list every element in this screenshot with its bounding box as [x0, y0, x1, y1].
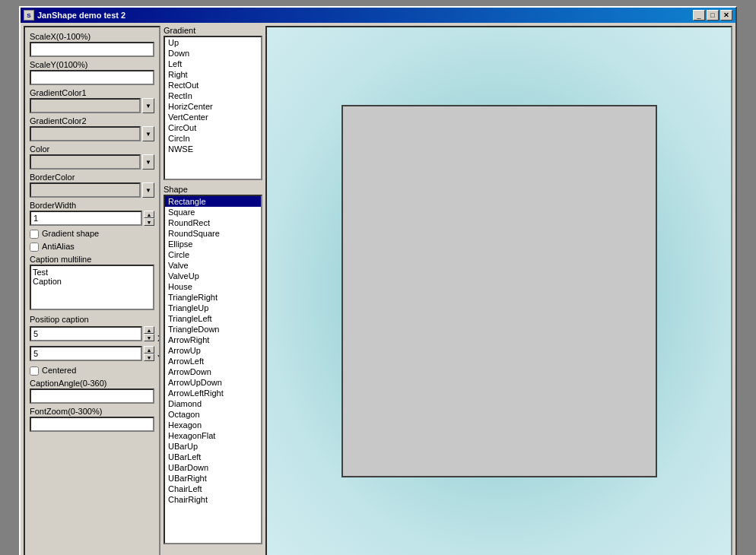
shape-item-roundrect[interactable]: RoundRect: [165, 217, 261, 228]
shape-item-square[interactable]: Square: [165, 207, 261, 217]
border-width-up[interactable]: ▲: [144, 211, 154, 218]
caption-multiline-input[interactable]: Test Caption: [30, 265, 154, 310]
gradient-shape-label: Gradient shape: [42, 229, 99, 238]
app-icon: S: [24, 10, 34, 21]
pos-x-input[interactable]: [30, 326, 142, 341]
position-caption-label: Positiop caption: [30, 315, 154, 324]
antialias-checkbox[interactable]: [30, 243, 39, 252]
gradient-color1-button[interactable]: ▼: [142, 98, 154, 113]
shape-item-chairright[interactable]: ChairRight: [165, 494, 261, 505]
gradient-item-nwse[interactable]: NWSE: [165, 144, 261, 154]
caption-angle-input[interactable]: [30, 388, 154, 404]
shape-item-ubarup[interactable]: UBarUp: [165, 441, 261, 452]
shape-item-arrowright[interactable]: ArrowRight: [165, 335, 261, 345]
gradient-item-right[interactable]: Right: [165, 69, 261, 80]
border-color-section: BorderColor ▼: [30, 173, 154, 198]
gradient-color2-button[interactable]: ▼: [142, 126, 154, 141]
gradient-shape-checkbox[interactable]: [30, 230, 39, 239]
gradient-item-circin[interactable]: CircIn: [165, 133, 261, 144]
shape-item-valveup[interactable]: ValveUp: [165, 271, 261, 281]
minimize-button[interactable]: _: [693, 10, 705, 21]
color-button[interactable]: ▼: [142, 154, 154, 170]
gradient-item-down[interactable]: Down: [165, 48, 261, 59]
gradient-item-horizcenter[interactable]: HorizCenter: [165, 101, 261, 112]
shape-item-ellipse[interactable]: Ellipse: [165, 239, 261, 249]
gradient-item-vertcenter[interactable]: VertCenter: [165, 112, 261, 122]
gradient-item-up[interactable]: Up: [165, 37, 261, 48]
content-area: ScaleX(0-100%) ScaleY(0100%) GradientCol…: [21, 23, 735, 555]
pos-y-up[interactable]: ▲: [144, 346, 154, 354]
scaley-section: ScaleY(0100%): [30, 60, 154, 85]
border-color-picker: ▼: [30, 182, 154, 198]
border-width-label: BorderWidth: [30, 201, 154, 210]
color-label: Color: [30, 144, 154, 154]
scaley-input[interactable]: [30, 70, 154, 85]
shape-item-triangledown[interactable]: TriangleDown: [165, 324, 261, 335]
scalex-label: ScaleX(0-100%): [30, 32, 154, 41]
gradient-header: Gradient: [164, 26, 262, 35]
shape-item-arrowup[interactable]: ArrowUp: [165, 345, 261, 356]
shape-section: Shape Rectangle Square RoundRect RoundSq…: [164, 185, 262, 544]
caption-angle-label: CaptionAngle(0-360): [30, 379, 154, 388]
gradient-item-rectout[interactable]: RectOut: [165, 80, 261, 90]
border-width-spin-buttons: ▲ ▼: [144, 211, 154, 226]
scalex-section: ScaleX(0-100%): [30, 32, 154, 57]
right-panel: [265, 26, 732, 555]
centered-checkbox[interactable]: [30, 366, 39, 376]
pos-x-down[interactable]: ▼: [144, 334, 154, 341]
shape-item-valve[interactable]: Valve: [165, 260, 261, 271]
shape-item-arrowupdown[interactable]: ArrowUpDown: [165, 377, 261, 388]
gradient-shape-row: Gradient shape: [30, 229, 154, 239]
shape-item-hexagon[interactable]: Hexagon: [165, 420, 261, 430]
pos-x-spin: ▲ ▼: [30, 326, 154, 341]
border-color-label: BorderColor: [30, 173, 154, 182]
shape-item-triangleright[interactable]: TriangleRight: [165, 292, 261, 303]
shape-item-chairleft[interactable]: ChairLeft: [165, 484, 261, 494]
border-color-button[interactable]: ▼: [142, 182, 154, 198]
border-width-down[interactable]: ▼: [144, 218, 154, 226]
shape-item-diamond[interactable]: Diamond: [165, 398, 261, 409]
shape-item-house[interactable]: House: [165, 281, 261, 292]
gradient-item-left[interactable]: Left: [165, 59, 261, 69]
shape-listbox[interactable]: Rectangle Square RoundRect RoundSquare E…: [164, 195, 262, 544]
close-button[interactable]: ✕: [720, 10, 732, 21]
gradient-color2-section: GradientColor2 ▼: [30, 116, 154, 141]
pos-x-up[interactable]: ▲: [144, 326, 154, 334]
shape-list-container: Rectangle Square RoundRect RoundSquare E…: [164, 195, 262, 544]
font-zoom-input[interactable]: [30, 417, 154, 432]
canvas-area: [341, 105, 657, 477]
position-caption-section: Positiop caption ▲ ▼ -X: [30, 315, 154, 363]
pos-y-input[interactable]: [30, 346, 142, 361]
gradient-color1-label: GradientColor1: [30, 88, 154, 97]
shape-item-rectangle[interactable]: Rectangle: [165, 196, 261, 207]
shape-item-roundsquare[interactable]: RoundSquare: [165, 228, 261, 239]
shape-item-arrowleftright[interactable]: ArrowLeftRight: [165, 388, 261, 398]
shape-item-ubarright[interactable]: UBarRight: [165, 473, 261, 484]
shape-item-ubardown[interactable]: UBarDown: [165, 462, 261, 473]
shape-item-octagon[interactable]: Octagon: [165, 409, 261, 420]
shape-item-triangleup[interactable]: TriangleUp: [165, 303, 261, 313]
shape-header: Shape: [164, 185, 262, 194]
scalex-input[interactable]: [30, 42, 154, 57]
shape-item-circle[interactable]: Circle: [165, 249, 261, 260]
pos-x-spin-buttons: ▲ ▼: [144, 326, 154, 341]
centered-label: Centered: [42, 366, 76, 375]
shape-item-arrowleft[interactable]: ArrowLeft: [165, 356, 261, 366]
title-bar: S JanShape demo test 2 _ □ ✕: [21, 8, 735, 23]
middle-panel: Gradient Up Down Left Right RectOut Rect…: [164, 26, 262, 555]
gradient-color2-label: GradientColor2: [30, 116, 154, 125]
shape-item-triangleleft[interactable]: TriangleLeft: [165, 313, 261, 324]
gradient-item-circout[interactable]: CircOut: [165, 122, 261, 133]
shape-canvas: [341, 105, 657, 477]
pos-y-down[interactable]: ▼: [144, 354, 154, 361]
font-zoom-label: FontZoom(0-300%): [30, 407, 154, 416]
shape-item-hexagonflat[interactable]: HexagonFlat: [165, 430, 261, 441]
maximize-button[interactable]: □: [707, 10, 719, 21]
shape-item-arrowdown[interactable]: ArrowDown: [165, 366, 261, 377]
shape-item-ubarleft[interactable]: UBarLeft: [165, 452, 261, 462]
gradient-color1-section: GradientColor1 ▼: [30, 88, 154, 113]
caption-multiline-section: Caption multiline Test Caption: [30, 255, 154, 312]
gradient-listbox[interactable]: Up Down Left Right RectOut RectIn HorizC…: [164, 36, 262, 180]
gradient-item-rectin[interactable]: RectIn: [165, 90, 261, 101]
border-width-input[interactable]: [30, 211, 142, 226]
